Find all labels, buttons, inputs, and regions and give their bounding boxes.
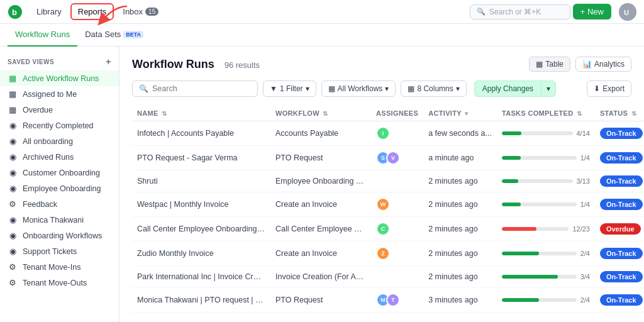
sidebar-item-all-onboarding[interactable]: ◉ All onboarding <box>0 133 119 149</box>
app-logo[interactable]: b <box>8 4 23 19</box>
apply-changes-dropdown[interactable]: ▾ <box>541 80 556 97</box>
row-workflow: Employee Onboarding anc <box>270 170 371 192</box>
row-tasks-completed: 12/23 <box>497 217 595 242</box>
sidebar-item-overdue[interactable]: ▦ Overdue <box>0 102 119 118</box>
table-row[interactable]: Westpac | Monthly InvoiceCreate an Invoi… <box>132 192 644 217</box>
search-bar[interactable]: 🔍 Search or ⌘+K <box>470 4 570 19</box>
row-name: Shruti <box>132 170 270 192</box>
row-tasks-completed: 4/14 <box>497 121 595 146</box>
search-input[interactable] <box>152 84 251 93</box>
sidebar-icon-employee-onboarding: ◉ <box>8 184 18 193</box>
sub-nav: Workflow Runs Data Sets BETA <box>0 24 644 47</box>
workflow-sort-icon: ⇅ <box>323 110 328 117</box>
sidebar-item-recently-completed[interactable]: ◉ Recently Completed <box>0 118 119 133</box>
sidebar-label-tenant-move-outs: Tenant Move-Outs <box>23 279 87 287</box>
row-name: Westpac | Monthly Invoice <box>132 192 270 217</box>
main-layout: SAVED VIEWS + ▦ Active Workflow Runs ▦ A… <box>0 47 644 322</box>
columns-icon: ▦ <box>408 84 414 93</box>
row-activity: 2 minutes ago <box>423 170 497 192</box>
row-assignees <box>371 266 423 288</box>
sidebar-item-tenant-move-ins[interactable]: ⚙ Tenant Move-Ins <box>0 259 119 275</box>
sidebar-item-onboarding-workflows[interactable]: ◉ Onboarding Workflows <box>0 228 119 243</box>
filter-chevron-icon: ▾ <box>306 84 309 93</box>
table-view-label: Table <box>545 60 564 69</box>
table-row[interactable]: PTO Request - Sagar VermaPTO RequestSVa … <box>132 146 644 170</box>
sidebar-icon-archived-runs: ◉ <box>8 152 18 162</box>
sidebar-item-archived-runs[interactable]: ◉ Archived Runs <box>0 149 119 165</box>
row-workflow: PTO Request <box>270 288 371 313</box>
table-body: Infotech | Accounts PayableAccounts Paya… <box>132 121 644 313</box>
content-header: Workflow Runs 96 results ▦ Table 📊 Analy… <box>132 57 631 72</box>
tab-workflow-runs[interactable]: Workflow Runs <box>8 24 77 47</box>
table-row[interactable]: Park International Inc | Invoice Creatio… <box>132 266 644 288</box>
sidebar-item-tenant-move-outs[interactable]: ⚙ Tenant Move-Outs <box>0 275 119 291</box>
svg-text:U: U <box>624 9 629 16</box>
search-icon: 🔍 <box>477 8 486 16</box>
row-tasks-completed: 2/4 <box>497 288 595 313</box>
tasks-sort-icon: ⇅ <box>577 110 582 117</box>
filter-button[interactable]: ▼ 1 Filter ▾ <box>263 80 316 97</box>
sidebar-icon-recently-completed: ◉ <box>8 121 18 130</box>
sidebar-item-feedback[interactable]: ⚙ Feedback <box>0 196 119 212</box>
row-workflow: Create an Invoice <box>270 242 371 266</box>
row-activity: a few seconds a... <box>423 121 497 146</box>
result-count: 96 results <box>225 60 260 70</box>
export-label: Export <box>602 84 625 93</box>
columns-button[interactable]: ▦ 8 Columns ▾ <box>401 80 466 97</box>
top-nav: b Library Reports Inbox 15 🔍 Search or ⌘… <box>0 0 644 24</box>
row-activity: 2 minutes ago <box>423 217 497 242</box>
row-activity: 2 minutes ago <box>423 242 497 266</box>
row-workflow: PTO Request <box>270 146 371 170</box>
avatar[interactable]: U <box>619 3 636 21</box>
row-workflow: Call Center Employee Onb <box>270 217 371 242</box>
table-view-button[interactable]: ▦ Table <box>529 57 570 72</box>
table-row[interactable]: Zudio Monthly InvoiceCreate an InvoiceZ2… <box>132 242 644 266</box>
sidebar-label-active-workflow-runs: Active Workflow Runs <box>23 74 99 83</box>
nav-library[interactable]: Library <box>30 4 68 19</box>
row-status: On-Track <box>595 266 644 288</box>
sidebar-label-tenant-move-ins: Tenant Move-Ins <box>23 263 80 272</box>
workflows-filter-label: All Workflows <box>338 84 383 93</box>
col-status[interactable]: STATUS ⇅ <box>595 106 644 121</box>
sidebar-icon-monica-thakwani: ◉ <box>8 215 18 225</box>
workflows-filter-button[interactable]: ▦ All Workflows ▾ <box>321 80 396 97</box>
apply-changes-button[interactable]: Apply Changes <box>474 80 541 97</box>
sidebar-label-customer-onboarding: Customer Onboarding <box>23 169 100 177</box>
table-row[interactable]: Monica Thakwani | PTO request | 25 June … <box>132 288 644 313</box>
nav-inbox[interactable]: Inbox 15 <box>116 4 165 19</box>
export-button[interactable]: ⬇ Export <box>587 80 631 97</box>
new-button[interactable]: + New <box>573 4 611 19</box>
col-name[interactable]: NAME ⇅ <box>132 106 270 121</box>
add-view-icon[interactable]: + <box>106 57 111 67</box>
sidebar-label-overdue: Overdue <box>23 106 53 114</box>
search-input-wrap[interactable]: 🔍 <box>132 80 258 97</box>
sidebar-item-employee-onboarding[interactable]: ◉ Employee Onboarding <box>0 180 119 196</box>
table-icon: ▦ <box>536 60 543 69</box>
col-tasks[interactable]: TASKS COMPLETED ⇅ <box>497 106 595 121</box>
export-icon: ⬇ <box>594 84 600 93</box>
row-assignees: Z <box>371 242 423 266</box>
row-workflow: Create an Invoice <box>270 192 371 217</box>
tab-data-sets[interactable]: Data Sets BETA <box>77 24 151 47</box>
sidebar-item-customer-onboarding[interactable]: ◉ Customer Onboarding <box>0 165 119 180</box>
status-sort-icon: ⇅ <box>631 110 636 117</box>
sidebar-item-support-tickets[interactable]: ◉ Support Tickets <box>0 243 119 259</box>
row-activity: a minute ago <box>423 146 497 170</box>
row-name: Monica Thakwani | PTO request | 25 June … <box>132 288 270 313</box>
col-activity[interactable]: ACTIVITY ▾ <box>423 106 497 121</box>
sidebar-item-active-workflow-runs[interactable]: ▦ Active Workflow Runs <box>0 70 119 86</box>
table-row[interactable]: Infotech | Accounts PayableAccounts Paya… <box>132 121 644 146</box>
row-workflow: Accounts Payable <box>270 121 371 146</box>
row-name: Infotech | Accounts Payable <box>132 121 270 146</box>
svg-text:b: b <box>12 8 17 17</box>
nav-reports[interactable]: Reports <box>70 3 114 20</box>
sidebar-label-onboarding-workflows: Onboarding Workflows <box>23 231 102 240</box>
sidebar-item-monica-thakwani[interactable]: ◉ Monica Thakwani <box>0 212 119 228</box>
col-workflow[interactable]: WORKFLOW ⇅ <box>270 106 371 121</box>
table-row[interactable]: ShrutiEmployee Onboarding anc2 minutes a… <box>132 170 644 192</box>
analytics-view-button[interactable]: 📊 Analytics <box>575 57 631 72</box>
page-title: Workflow Runs <box>132 58 214 71</box>
table-row[interactable]: Call Center Employee Onboarding 11:18PM … <box>132 217 644 242</box>
saved-views-header: SAVED VIEWS + <box>0 54 119 70</box>
sidebar-item-assigned-to-me[interactable]: ▦ Assigned to Me <box>0 86 119 102</box>
